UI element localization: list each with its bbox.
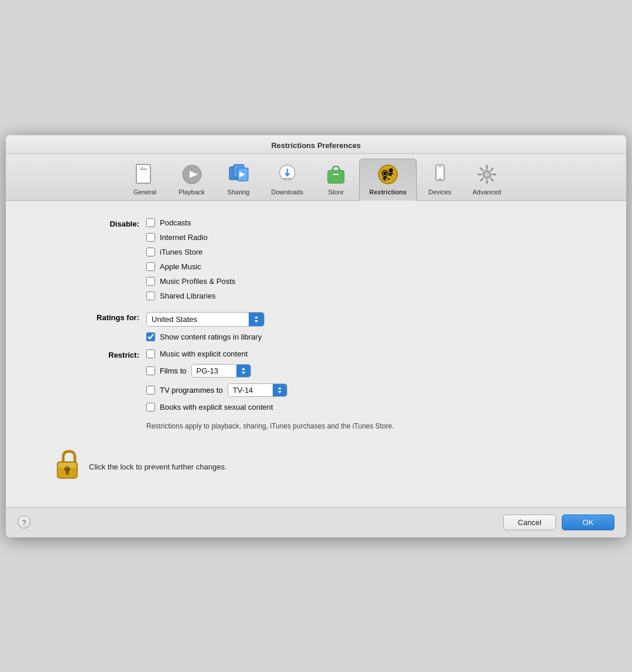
tv-row: TV programmes to TV-Y TV-Y7 TV-G TV-PG T… xyxy=(146,383,591,397)
music-profiles-checkbox[interactable] xyxy=(146,277,155,286)
ratings-section: Ratings for: United States Australia Can… xyxy=(41,312,591,341)
lock-svg xyxy=(53,449,82,481)
tab-advanced-label: Advanced xyxy=(473,188,502,196)
films-row: Films to G PG PG-13 R NC-17 xyxy=(146,364,591,378)
svg-rect-0 xyxy=(136,164,150,183)
footer-buttons: Cancel OK xyxy=(503,515,614,530)
checkbox-row-itunes-store: iTunes Store xyxy=(146,248,591,256)
checkbox-row-music-profiles: Music Profiles & Posts xyxy=(146,277,591,286)
apple-music-checkbox[interactable] xyxy=(146,262,155,271)
podcasts-checkbox[interactable] xyxy=(146,218,155,227)
svg-point-22 xyxy=(389,168,393,172)
country-select[interactable]: United States Australia Canada United Ki… xyxy=(147,313,264,326)
ratings-content: United States Australia Canada United Ki… xyxy=(146,312,591,341)
svg-point-16 xyxy=(383,172,387,175)
shared-libraries-label[interactable]: Shared Libraries xyxy=(160,292,215,300)
cancel-button[interactable]: Cancel xyxy=(503,515,556,530)
country-select-container: United States Australia Canada United Ki… xyxy=(146,312,265,327)
preferences-window: Restrictions Preferences General xyxy=(6,135,626,537)
tab-store-label: Store xyxy=(328,188,344,196)
playback-icon xyxy=(180,163,204,186)
tab-downloads-label: Downloads xyxy=(272,188,303,196)
explicit-music-checkbox[interactable] xyxy=(146,349,155,358)
tab-playback[interactable]: Playback xyxy=(169,159,215,200)
checkbox-row-shared-libraries: Shared Libraries xyxy=(146,292,591,300)
tab-downloads[interactable]: Downloads xyxy=(262,159,312,200)
disable-section: Disable: Podcasts Internet Radio iTunes … xyxy=(41,218,591,300)
show-ratings-checkbox[interactable] xyxy=(146,332,155,341)
tab-general[interactable]: General xyxy=(122,159,169,200)
films-rating-container: G PG PG-13 R NC-17 xyxy=(191,364,251,378)
restrictions-icon xyxy=(376,163,400,186)
svg-line-39 xyxy=(480,179,483,181)
svg-rect-48 xyxy=(66,470,69,475)
restrict-info-text: Restrictions apply to playback, sharing,… xyxy=(146,421,439,431)
checkbox-row-podcasts: Podcasts xyxy=(146,218,591,227)
tab-store[interactable]: Store xyxy=(312,159,359,200)
footer: ? Cancel OK xyxy=(6,508,626,537)
help-button[interactable]: ? xyxy=(18,516,30,529)
tab-playback-label: Playback xyxy=(178,188,205,196)
downloads-icon xyxy=(276,163,299,186)
svg-line-37 xyxy=(491,179,493,181)
books-row: Books with explicit sexual content xyxy=(146,403,591,412)
svg-line-36 xyxy=(480,168,483,170)
films-label[interactable]: Films to xyxy=(160,366,187,375)
internet-radio-checkbox[interactable] xyxy=(146,233,155,242)
content-area: Disable: Podcasts Internet Radio iTunes … xyxy=(6,201,626,501)
tv-checkbox[interactable] xyxy=(146,386,155,395)
films-checkbox[interactable] xyxy=(146,366,155,375)
restrict-label: Restrict: xyxy=(41,349,146,359)
svg-rect-49 xyxy=(59,463,76,468)
checkbox-row-apple-music: Apple Music xyxy=(146,262,591,271)
books-label[interactable]: Books with explicit sexual content xyxy=(160,403,273,412)
tab-restrictions[interactable]: Restrictions xyxy=(359,159,417,201)
devices-icon xyxy=(428,163,452,186)
advanced-icon xyxy=(475,163,499,186)
ok-button[interactable]: OK xyxy=(562,515,614,530)
apple-music-label[interactable]: Apple Music xyxy=(160,262,201,271)
checkbox-row-internet-radio: Internet Radio xyxy=(146,233,591,242)
explicit-music-label[interactable]: Music with explicit content xyxy=(160,349,248,358)
disable-label: Disable: xyxy=(41,218,146,228)
title-bar: Restrictions Preferences xyxy=(6,135,626,154)
general-icon xyxy=(133,163,157,186)
explicit-music-row: Music with explicit content xyxy=(146,349,591,358)
toolbar: General Playback Sharing xyxy=(6,154,626,201)
tv-label[interactable]: TV programmes to xyxy=(160,386,223,395)
lock-icon xyxy=(53,449,82,485)
music-profiles-label[interactable]: Music Profiles & Posts xyxy=(160,277,235,286)
lock-area[interactable]: Click the lock to prevent further change… xyxy=(41,440,591,489)
tab-sharing-label: Sharing xyxy=(228,188,250,196)
tab-advanced[interactable]: Advanced xyxy=(463,159,511,200)
disable-checkboxes: Podcasts Internet Radio iTunes Store App… xyxy=(146,218,591,300)
svg-line-38 xyxy=(491,168,493,170)
tv-rating-select[interactable]: TV-Y TV-Y7 TV-G TV-PG TV-14 TV-MA xyxy=(228,384,287,396)
lock-text: Click the lock to prevent further change… xyxy=(89,462,227,471)
books-checkbox[interactable] xyxy=(146,403,155,412)
show-ratings-label[interactable]: Show content ratings in library xyxy=(160,332,262,341)
svg-point-29 xyxy=(439,178,441,180)
podcasts-label[interactable]: Podcasts xyxy=(160,218,191,227)
svg-point-31 xyxy=(485,172,489,177)
tab-sharing[interactable]: Sharing xyxy=(215,159,262,200)
ratings-country-row: United States Australia Canada United Ki… xyxy=(146,312,591,327)
tab-general-label: General xyxy=(133,188,156,196)
restrict-content: Music with explicit content Films to G P… xyxy=(146,349,591,431)
sharing-icon xyxy=(227,163,250,186)
ratings-label: Ratings for: xyxy=(41,312,146,322)
itunes-store-label[interactable]: iTunes Store xyxy=(160,248,202,256)
svg-rect-27 xyxy=(436,165,444,180)
show-ratings-row: Show content ratings in library xyxy=(146,332,591,341)
restrict-section: Restrict: Music with explicit content Fi… xyxy=(41,349,591,431)
shared-libraries-checkbox[interactable] xyxy=(146,292,155,300)
tab-restrictions-label: Restrictions xyxy=(369,188,407,196)
itunes-store-checkbox[interactable] xyxy=(146,248,155,256)
store-icon xyxy=(324,163,348,186)
window-title: Restrictions Preferences xyxy=(6,141,626,150)
tv-rating-container: TV-Y TV-Y7 TV-G TV-PG TV-14 TV-MA xyxy=(228,383,287,397)
tab-devices[interactable]: Devices xyxy=(417,159,463,200)
films-rating-select[interactable]: G PG PG-13 R NC-17 xyxy=(192,365,250,377)
internet-radio-label[interactable]: Internet Radio xyxy=(160,233,208,242)
svg-rect-14 xyxy=(333,174,339,175)
